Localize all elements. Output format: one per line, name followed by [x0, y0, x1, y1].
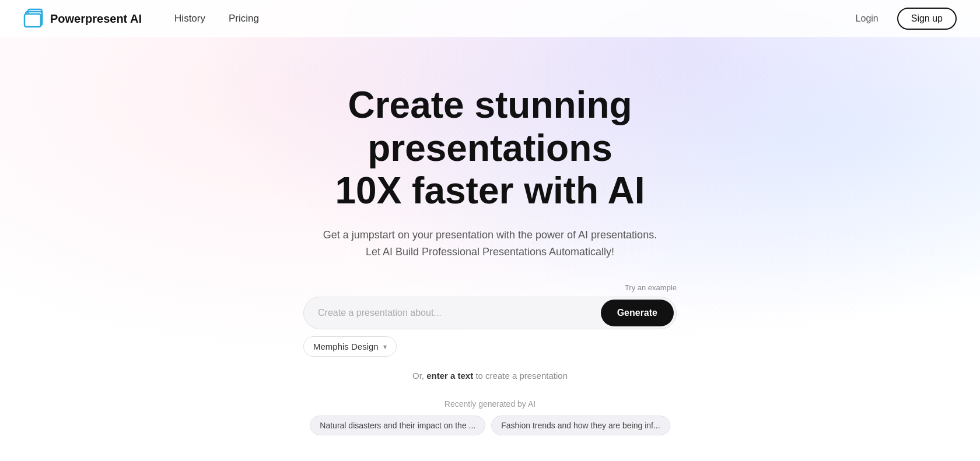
- logo-icon: [23, 8, 44, 29]
- input-section: Try an example Generate Memphis Design ▾…: [303, 283, 677, 399]
- nav-right: Login Sign up: [846, 8, 957, 30]
- or-suffix: to create a presentation: [473, 371, 568, 381]
- login-button[interactable]: Login: [846, 9, 888, 29]
- style-dropdown-value: Memphis Design: [313, 342, 379, 351]
- generate-button[interactable]: Generate: [601, 300, 674, 326]
- svg-rect-2: [24, 14, 41, 27]
- try-example-label: Try an example: [625, 283, 677, 292]
- or-text: Or, enter a text to create a presentatio…: [303, 371, 677, 381]
- brand-name: Powerpresent AI: [50, 12, 142, 26]
- recently-section: Recently generated by AI Natural disaste…: [0, 399, 980, 435]
- nav-pricing[interactable]: Pricing: [219, 8, 268, 29]
- headline-line1: Create stunning presentations: [348, 84, 632, 169]
- style-dropdown[interactable]: Memphis Design ▾: [303, 336, 397, 357]
- navbar: Powerpresent AI History Pricing Login Si…: [0, 0, 980, 37]
- headline: Create stunning presentations 10X faster…: [262, 84, 718, 213]
- signup-button[interactable]: Sign up: [897, 8, 957, 30]
- recently-label: Recently generated by AI: [444, 399, 536, 409]
- logo-container[interactable]: Powerpresent AI: [23, 8, 142, 29]
- chip-fashion-trends[interactable]: Fashion trends and how they are being in…: [491, 416, 670, 435]
- chevron-down-icon: ▾: [383, 343, 387, 351]
- recent-chips: Natural disasters and their impact on th…: [310, 416, 670, 435]
- headline-line2: 10X faster with AI: [335, 170, 645, 212]
- presentation-input[interactable]: [304, 297, 598, 329]
- nav-history[interactable]: History: [165, 8, 215, 29]
- nav-links: History Pricing: [165, 8, 846, 29]
- chip-natural-disasters[interactable]: Natural disasters and their impact on th…: [310, 416, 485, 435]
- or-prefix: Or,: [412, 371, 426, 381]
- subheadline: Get a jumpstart on your presentation wit…: [315, 227, 665, 261]
- input-row: Generate: [303, 297, 677, 329]
- main-content: Create stunning presentations 10X faster…: [0, 37, 980, 459]
- or-bold: enter a text: [426, 371, 473, 381]
